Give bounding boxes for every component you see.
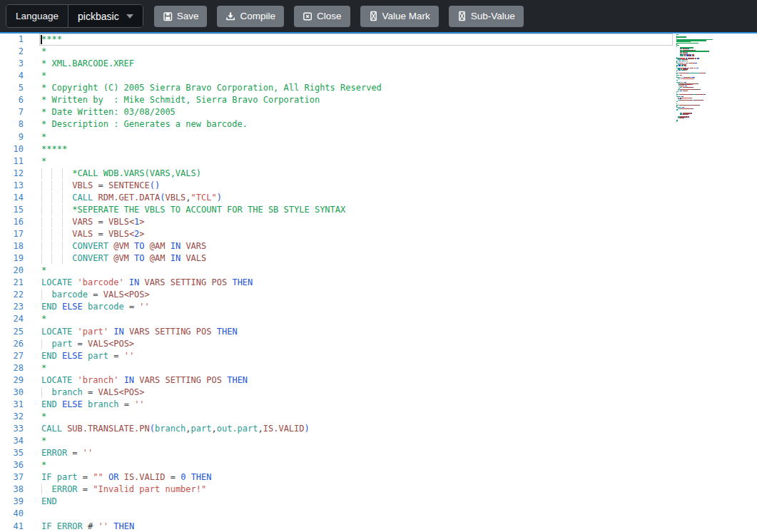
indent-guide — [51, 229, 52, 240]
code-line[interactable]: 7* Date Written: 03/08/2005 — [0, 106, 757, 118]
code-line[interactable]: 25LOCATE 'part' IN VARS SETTING POS THEN — [0, 326, 757, 338]
value-mark-button-label: Value Mark — [382, 11, 430, 21]
indent-guide — [41, 484, 42, 495]
value-mark-button[interactable]: Value Mark — [360, 6, 439, 27]
line-number: 15 — [0, 204, 24, 216]
code-line[interactable]: 14 CALL RDM.GET.DATA(VBLS,"TCL") — [0, 192, 757, 204]
sub-value-icon — [457, 11, 467, 21]
code-line[interactable]: 12 *CALL WDB.VARS(VARS,VALS) — [0, 168, 757, 180]
code-line[interactable]: 30 branch = VALS<POS> — [0, 387, 757, 399]
window-close-icon — [303, 11, 313, 21]
code-line[interactable]: 38 ERROR = "Invalid part number!" — [0, 484, 757, 496]
code-line[interactable]: 22 barcode = VALS<POS> — [0, 289, 757, 301]
line-number: 1 — [0, 34, 24, 46]
download-compile-icon — [225, 11, 235, 21]
code-line[interactable]: 6* Written by : Mike Schmidt, Sierra Bra… — [0, 94, 757, 106]
code-line[interactable]: 27END ELSE part = '' — [0, 350, 757, 362]
indent-guide — [41, 253, 42, 264]
line-number: 31 — [0, 399, 24, 411]
code-line[interactable]: 8* Description : Generates a new barcode… — [0, 118, 757, 131]
line-number: 39 — [0, 496, 24, 508]
code-line[interactable]: 2* — [0, 46, 757, 58]
line-number: 41 — [0, 521, 24, 531]
language-label: Language — [6, 5, 68, 27]
indent-guide — [51, 193, 52, 203]
line-number: 17 — [0, 228, 24, 240]
line-number: 34 — [0, 435, 24, 447]
minimap-row — [676, 121, 721, 123]
code-line[interactable]: 20* — [0, 265, 757, 277]
code-line[interactable]: 10***** — [0, 143, 757, 155]
code-line[interactable]: 24* — [0, 313, 757, 325]
code-editor-window: Language pickbasic Save — [0, 0, 757, 531]
line-number: 5 — [0, 82, 24, 94]
line-number: 27 — [0, 350, 24, 362]
code-line[interactable]: 34* — [0, 435, 757, 447]
value-mark-icon — [369, 11, 378, 21]
compile-button[interactable]: Compile — [217, 6, 284, 27]
code-line[interactable]: 19 CONVERT @VM TO @AM IN VALS — [0, 252, 757, 265]
minimap[interactable] — [676, 34, 721, 124]
line-number: 25 — [0, 326, 24, 338]
line-number: 13 — [0, 180, 24, 192]
sub-value-button[interactable]: Sub-Value — [449, 6, 524, 27]
indent-guide — [62, 168, 63, 179]
line-number: 9 — [0, 131, 24, 143]
code-line[interactable]: 18 CONVERT @VM TO @AM IN VARS — [0, 240, 757, 252]
indent-guide — [41, 241, 42, 252]
code-line[interactable]: 5* Copyright (C) 2005 Sierra Bravo Corpo… — [0, 82, 757, 94]
line-number: 23 — [0, 301, 24, 313]
indent-guide — [51, 253, 52, 264]
language-dropdown[interactable]: pickbasic — [68, 5, 143, 27]
indent-guide — [41, 290, 42, 300]
code-line[interactable]: 26 part = VALS<POS> — [0, 338, 757, 350]
code-line[interactable]: 36* — [0, 459, 757, 471]
code-area[interactable]: 1****2*3* XML.BARCODE.XREF4*5* Copyright… — [0, 34, 757, 531]
line-number: 18 — [0, 240, 24, 252]
code-line[interactable]: 15 *SEPERATE THE VBLS TO ACCOUNT FOR THE… — [0, 204, 757, 216]
line-number: 16 — [0, 216, 24, 228]
line-number: 28 — [0, 362, 24, 374]
indent-guide — [41, 180, 42, 191]
code-line[interactable]: 4* — [0, 70, 757, 82]
code-line[interactable]: 31END ELSE branch = '' — [0, 399, 757, 411]
indent-guide — [62, 229, 63, 240]
code-line[interactable]: 17 VALS = VBLS<2> — [0, 228, 757, 240]
line-number: 2 — [0, 46, 24, 58]
line-number: 21 — [0, 277, 24, 289]
code-line[interactable]: 16 VARS = VBLS<1> — [0, 216, 757, 228]
line-number: 35 — [0, 447, 24, 459]
code-line[interactable]: 21LOCATE 'barcode' IN VARS SETTING POS T… — [0, 277, 757, 289]
indent-guide — [41, 217, 42, 227]
close-button-label: Close — [317, 11, 342, 21]
indent-guide — [62, 193, 63, 203]
code-line[interactable]: 39END — [0, 496, 757, 508]
code-line[interactable]: 13 VBLS = SENTENCE() — [0, 180, 757, 192]
language-selector[interactable]: Language pickbasic — [6, 4, 143, 28]
code-line[interactable]: 1**** — [0, 34, 757, 46]
code-line[interactable]: 35ERROR = '' — [0, 447, 757, 459]
line-number: 6 — [0, 94, 24, 106]
line-number: 8 — [0, 118, 24, 131]
code-line[interactable]: 23END ELSE barcode = '' — [0, 301, 757, 313]
indent-guide — [41, 229, 42, 240]
line-number: 14 — [0, 192, 24, 204]
code-line[interactable]: 41IF ERROR # '' THEN — [0, 521, 757, 531]
line-number: 36 — [0, 459, 24, 471]
line-number: 4 — [0, 70, 24, 82]
code-line[interactable]: 29LOCATE 'branch' IN VARS SETTING POS TH… — [0, 374, 757, 387]
save-button[interactable]: Save — [154, 6, 208, 27]
code-line[interactable]: 37IF part = "" OR IS.VALID = 0 THEN — [0, 471, 757, 484]
indent-guide — [51, 168, 52, 179]
indent-guide — [51, 241, 52, 252]
code-line[interactable]: 28* — [0, 362, 757, 374]
code-line[interactable]: 33CALL SUB.TRANSLATE.PN(branch,part,out.… — [0, 423, 757, 435]
close-button[interactable]: Close — [294, 6, 350, 27]
code-line[interactable]: 3* XML.BARCODE.XREF — [0, 58, 757, 70]
code-line[interactable]: 40 — [0, 508, 757, 520]
code-line[interactable]: 9* — [0, 131, 757, 143]
code-line[interactable]: 11* — [0, 155, 757, 168]
code-line[interactable]: 32* — [0, 411, 757, 423]
line-number: 26 — [0, 338, 24, 350]
indent-guide — [62, 217, 63, 227]
